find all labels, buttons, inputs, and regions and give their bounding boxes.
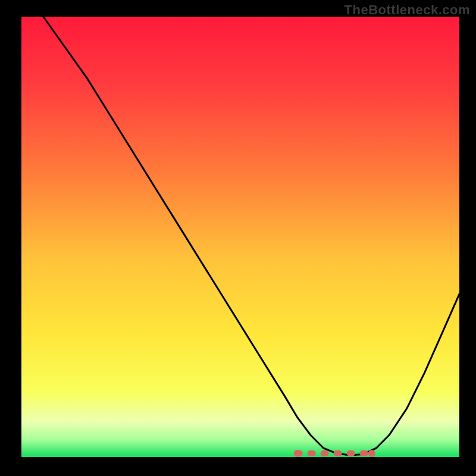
optimal-range-endpoint — [368, 450, 375, 457]
watermark-text: TheBottleneck.com — [345, 2, 470, 18]
chart-canvas — [0, 0, 476, 476]
chart-frame: TheBottleneck.com — [0, 0, 476, 476]
optimal-range-endpoint — [294, 450, 301, 457]
plot-background — [21, 17, 459, 457]
